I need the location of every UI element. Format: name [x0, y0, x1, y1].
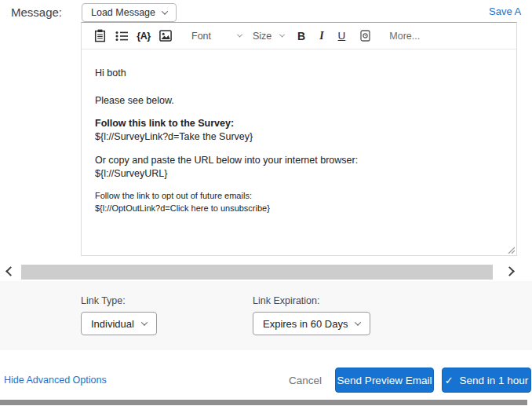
send-in-1-hour-button[interactable]: ✓ Send in 1 hour [442, 368, 531, 393]
insert-image-icon[interactable] [157, 27, 174, 46]
font-dropdown-label: Font [191, 31, 211, 42]
save-as-link[interactable]: Save A [489, 5, 521, 17]
message-body-textarea[interactable]: Hi both Please see below. Follow this li… [82, 49, 516, 256]
link-type-label: Link Type: [81, 295, 126, 306]
chevron-down-icon [141, 319, 148, 325]
send-in-1-hour-label: Send in 1 hour [460, 375, 529, 386]
editor-toolbar: {A} Font Size B I U More... [82, 23, 516, 49]
insert-link-icon[interactable] [356, 27, 373, 46]
chevron-down-icon [355, 319, 361, 325]
more-button[interactable]: More... [389, 31, 420, 42]
size-dropdown[interactable]: Size [253, 31, 284, 42]
send-preview-email-button[interactable]: Send Preview Email [335, 368, 434, 393]
message-line: Follow the link to opt out of future ema… [95, 189, 501, 202]
scroll-left-arrow-icon[interactable] [5, 266, 16, 276]
underline-button[interactable]: U [338, 30, 346, 42]
horizontal-scrollbar-thumb[interactable] [21, 265, 493, 280]
message-line: Follow this link to the Survey: [95, 117, 501, 130]
bold-button[interactable]: B [297, 30, 305, 42]
link-type-dropdown[interactable]: Individual [81, 312, 157, 335]
message-line: Please see below. [95, 94, 501, 108]
message-label: Message: [11, 5, 62, 19]
piped-text-icon[interactable]: {A} [135, 27, 152, 46]
load-message-dropdown[interactable]: Load Message [82, 3, 177, 22]
message-line: ${l://SurveyURL} [95, 167, 501, 181]
size-dropdown-label: Size [253, 31, 271, 42]
message-line: ${l://SurveyLink?d=Take the Survey} [95, 130, 501, 144]
send-preview-email-label: Send Preview Email [337, 375, 432, 386]
paste-icon[interactable] [91, 27, 108, 46]
chevron-down-icon [162, 8, 168, 14]
link-expiration-dropdown[interactable]: Expires in 60 Days [253, 312, 370, 335]
message-line: Hi both [95, 67, 501, 80]
hide-advanced-options-link[interactable]: Hide Advanced Options [4, 375, 107, 386]
font-dropdown[interactable]: Font [191, 31, 242, 42]
message-line: Or copy and paste the URL below into you… [95, 154, 501, 167]
message-line: ${l://OptOutLink?d=Click here to unsubsc… [95, 202, 501, 214]
resize-handle[interactable] [508, 247, 515, 254]
link-options-section: Link Type: Individual Link Expiration: E… [0, 281, 532, 350]
link-type-value: Individual [91, 318, 134, 330]
cancel-button[interactable]: Cancel [289, 375, 322, 386]
scroll-right-arrow-icon[interactable] [505, 266, 515, 276]
bulleted-list-icon[interactable] [113, 27, 130, 46]
chevron-down-icon [279, 32, 285, 38]
chevron-down-icon [237, 32, 242, 38]
italic-button[interactable]: I [319, 30, 323, 42]
load-message-label: Load Message [91, 7, 155, 18]
page-horizontal-scrollbar-thumb[interactable] [0, 400, 527, 405]
message-editor: {A} Font Size B I U More... [81, 22, 517, 256]
link-expiration-label: Link Expiration: [253, 295, 319, 306]
link-expiration-value: Expires in 60 Days [263, 318, 348, 330]
checkmark-icon: ✓ [445, 375, 454, 386]
